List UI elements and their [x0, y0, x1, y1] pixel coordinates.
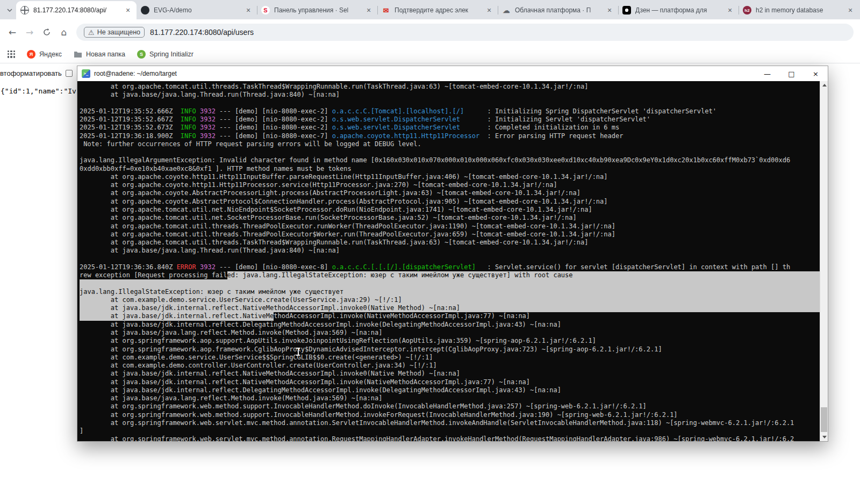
- bookmark-yandex[interactable]: Я Яндекс: [27, 50, 62, 59]
- autoformat-checkbox[interactable]: [66, 70, 73, 77]
- terminal-line: [80, 148, 820, 156]
- close-button[interactable]: ×: [804, 66, 828, 81]
- terminal-titlebar[interactable]: >_ root@nadene: ~/demo/target — □ ×: [77, 66, 828, 81]
- terminal-line: [80, 255, 820, 263]
- bookmark-label: Новая папка: [86, 51, 125, 58]
- terminal-icon: >_: [82, 69, 90, 78]
- terminal-body: at org.apache.tomcat.util.threads.TaskTh…: [77, 81, 828, 441]
- terminal-line: at java.base/jdk.internal.reflect.Delega…: [80, 321, 820, 329]
- tab-globe[interactable]: 81.177.220.174:8080/api/×: [16, 1, 137, 19]
- tab-github[interactable]: EVG-A/demo×: [137, 1, 257, 19]
- spring-icon: S: [137, 50, 146, 59]
- chevron-down-icon: [6, 7, 13, 13]
- terminal-line: 2025-01-12T19:35:52.667Z INFO 3932 --- […: [80, 116, 820, 124]
- tab-close-icon[interactable]: ×: [364, 6, 373, 15]
- tab-close-icon[interactable]: ×: [846, 6, 855, 15]
- terminal-line: at java.base/java.lang.Thread.run(Thread…: [80, 247, 820, 255]
- terminal-output: at org.apache.tomcat.util.threads.TaskTh…: [77, 81, 820, 441]
- terminal-line: at org.apache.coyote.AbstractProcessorLi…: [80, 189, 820, 197]
- folder-icon: [74, 51, 82, 57]
- minimize-button[interactable]: —: [755, 66, 779, 81]
- terminal-line: at org.apache.tomcat.util.threads.Thread…: [80, 222, 820, 231]
- globe-favicon: [20, 6, 29, 15]
- terminal-line: at org.apache.coyote.AbstractProtocol$Co…: [80, 198, 820, 206]
- terminal-scrollbar[interactable]: [820, 81, 828, 441]
- back-button[interactable]: ←: [4, 24, 20, 40]
- bookmarks-bar: Я Яндекс Новая папка S Spring Initializr: [0, 45, 860, 63]
- terminal-line: at org.springframework.web.servlet.mvc.m…: [80, 435, 820, 441]
- tab-close-icon[interactable]: ×: [605, 6, 614, 15]
- tab-search-button[interactable]: [3, 3, 16, 18]
- terminal-line: 2025-01-12T19:36:18.900Z INFO 3932 --- […: [80, 132, 820, 140]
- reload-button[interactable]: [39, 24, 55, 40]
- home-button[interactable]: ⌂: [56, 24, 72, 40]
- yandex-icon: Я: [27, 50, 35, 59]
- browser-toolbar: ← → ⌂ ⚠ Не защищено 81.177.220.174:8080/…: [0, 19, 860, 45]
- apps-grid-icon[interactable]: [8, 51, 15, 58]
- tab-title: EVG-A/demo: [154, 6, 242, 14]
- tab-cloud[interactable]: ☁Облачная платформа · П×: [498, 1, 618, 19]
- tab-title: Панель управления · Sel: [274, 6, 362, 14]
- tab-dzen[interactable]: Дзен — платформа для×: [618, 1, 739, 19]
- tab-close-icon[interactable]: ×: [485, 6, 493, 15]
- terminal-line: at org.springframework.aop.framework.Cgl…: [80, 345, 820, 354]
- terminal-line: at com.example.demo.controller.UserContr…: [80, 362, 820, 370]
- terminal-line: at org.apache.tomcat.util.net.SocketProc…: [80, 214, 820, 222]
- bookmark-spring-initializr[interactable]: S Spring Initializr: [137, 50, 194, 59]
- tab-close-icon[interactable]: ×: [726, 6, 734, 15]
- terminal-line: at java.base/jdk.internal.reflect.Native…: [80, 370, 820, 378]
- terminal-line: at java.base/java.lang.reflect.Method.in…: [80, 394, 820, 402]
- warning-icon: ⚠: [88, 29, 95, 36]
- terminal-line: 2025-01-12T19:36:36.840Z ERROR 3932 --- …: [80, 263, 820, 271]
- terminal-line: [80, 99, 820, 107]
- terminal-line: at org.apache.tomcat.util.threads.Thread…: [80, 231, 820, 239]
- bookmark-folder[interactable]: Новая папка: [74, 51, 125, 58]
- terminal-line: 0xdd0xbb0xff=0xe10xb40xae0xc8&0xf1 ]. HT…: [80, 165, 820, 173]
- scrollbar-up-arrow[interactable]: [820, 81, 828, 89]
- github-favicon: [141, 6, 149, 15]
- tab-mail[interactable]: ✉Подтвердите адрес элек×: [377, 1, 498, 19]
- terminal-window: >_ root@nadene: ~/demo/target — □ × at o…: [77, 66, 828, 442]
- tab-strip: 81.177.220.174:8080/api/×EVG-A/demo×SПан…: [0, 0, 860, 19]
- terminal-line: ]: [80, 427, 820, 435]
- page-content: втоформатировать {"id":1,"name":"Iv >_ r…: [0, 63, 860, 504]
- tab-close-icon[interactable]: ×: [244, 6, 253, 15]
- url-text: 81.177.220.174:8080/api/users: [150, 28, 254, 37]
- address-bar[interactable]: ⚠ Не защищено 81.177.220.174:8080/api/us…: [76, 24, 854, 41]
- tab-selectel[interactable]: SПанель управления · Sel×: [257, 1, 377, 19]
- terminal-line: at org.apache.coyote.http11.Http11Proces…: [80, 181, 820, 189]
- autoformat-row: втоформатировать: [0, 69, 73, 77]
- terminal-line: Note: further occurrences of HTTP reques…: [80, 140, 820, 148]
- site-security-chip[interactable]: ⚠ Не защищено: [84, 27, 145, 38]
- tab-close-icon[interactable]: ×: [124, 6, 132, 15]
- autoformat-label: втоформатировать: [0, 69, 62, 77]
- terminal-line: at org.apache.tomcat.util.threads.TaskTh…: [80, 83, 820, 91]
- tab-list: 81.177.220.174:8080/api/×EVG-A/demo×SПан…: [16, 1, 860, 19]
- terminal-line: at org.springframework.web.method.suppor…: [80, 411, 820, 419]
- selectel-favicon: S: [261, 6, 270, 15]
- json-response-text: {"id":1,"name":"Iv: [1, 87, 76, 95]
- terminal-line: at java.base/jdk.internal.reflect.Native…: [80, 378, 820, 386]
- security-label: Не защищено: [97, 28, 140, 36]
- maximize-button[interactable]: □: [779, 66, 804, 81]
- reload-icon: [42, 28, 51, 37]
- terminal-line: at java.base/java.lang.reflect.Method.in…: [80, 329, 820, 337]
- terminal-title: root@nadene: ~/demo/target: [94, 70, 755, 77]
- terminal-line: [80, 279, 820, 287]
- bookmark-label: Яндекс: [39, 51, 62, 58]
- scrollbar-down-arrow[interactable]: [820, 433, 828, 441]
- terminal-line: at org.springframework.web.method.suppor…: [80, 402, 820, 411]
- tab-title: h2 in memory database: [756, 6, 844, 14]
- terminal-line: at java.base/java.lang.Thread.run(Thread…: [80, 91, 820, 99]
- terminal-line: at java.base/jdk.internal.reflect.Native…: [80, 304, 820, 312]
- tab-h2[interactable]: h2h2 in memory database×: [739, 1, 859, 19]
- forward-button[interactable]: →: [22, 24, 38, 40]
- tab-title: Дзен — платформа для: [635, 6, 723, 14]
- cloud-favicon: ☁: [502, 6, 511, 15]
- terminal-line: at org.springframework.web.servlet.mvc.m…: [80, 419, 820, 427]
- terminal-line: java.lang.IllegalArgumentException: Inva…: [80, 156, 820, 164]
- terminal-line: at org.springframework.aop.support.AopUt…: [80, 337, 820, 345]
- scrollbar-thumb[interactable]: [821, 407, 827, 432]
- terminal-line: 2025-01-12T19:35:52.666Z INFO 3932 --- […: [80, 107, 820, 116]
- terminal-line: 2025-01-12T19:35:52.673Z INFO 3932 --- […: [80, 124, 820, 132]
